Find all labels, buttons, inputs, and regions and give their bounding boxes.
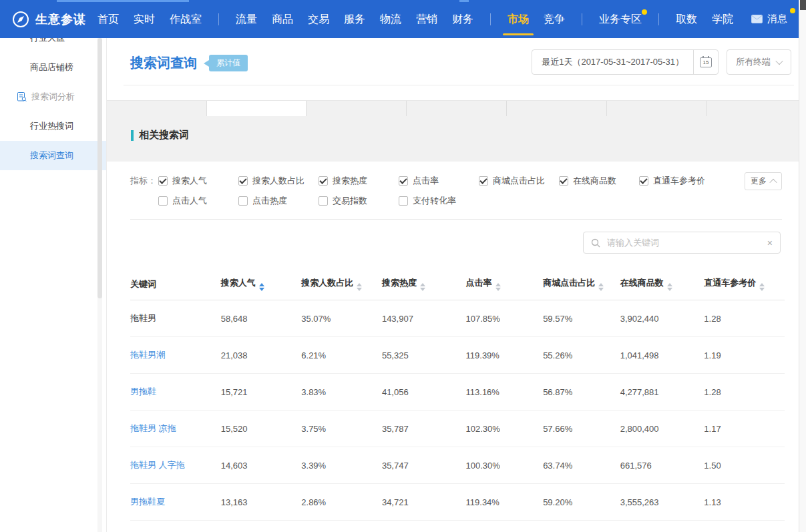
nav-item-marketing[interactable]: 营销 [409, 0, 445, 38]
more-button[interactable]: 更多 [745, 172, 782, 190]
nav-item-data-extract[interactable]: 取数 [668, 0, 704, 38]
sort-icon[interactable] [420, 283, 425, 291]
sort-icon[interactable] [759, 283, 765, 291]
sidebar-item-industry-overview[interactable]: 行业大盘 [0, 38, 106, 53]
brand-logo[interactable]: 生意参谋 [12, 11, 86, 28]
tab-1[interactable] [207, 101, 307, 116]
keyword-search-input[interactable] [606, 237, 767, 248]
tab-2[interactable] [307, 101, 407, 116]
sidebar-scrollbar[interactable] [97, 38, 102, 532]
metric-search-user-ratio[interactable]: 搜索人数占比 [238, 175, 319, 187]
page-scrollbar[interactable] [799, 0, 806, 532]
checkbox-search-heat[interactable] [319, 176, 328, 186]
date-range-button[interactable]: 最近1天（2017-05-31~2017-05-31） 15 [532, 49, 719, 75]
metric-pay-conversion[interactable]: 支付转化率 [399, 195, 479, 207]
nav-item-logistics[interactable]: 物流 [373, 0, 409, 38]
metric-click-heat[interactable]: 点击热度 [238, 195, 319, 207]
tab-5[interactable] [607, 101, 707, 116]
nav-item-trade[interactable]: 交易 [300, 0, 337, 38]
metric-click-popularity[interactable]: 点击人气 [158, 195, 238, 207]
sort-down-arrow [598, 288, 604, 291]
page-scrollbar-thumb[interactable] [800, 0, 806, 10]
col-header-ztc-ref-price[interactable]: 直通车参考价 [704, 268, 785, 300]
metric-label: 在线商品数 [573, 175, 616, 187]
sort-icon[interactable] [598, 283, 604, 291]
value-cell: 2.86% [301, 484, 382, 521]
keyword-cell[interactable]: 拖鞋男 人字拖 [130, 447, 221, 484]
chevron-up-icon [769, 178, 777, 186]
checkbox-online-products[interactable] [559, 176, 568, 186]
sidebar-item-product-shop-rank[interactable]: 商品店铺榜 [0, 53, 106, 82]
checkbox-click-rate[interactable] [399, 176, 408, 186]
nav-item-home[interactable]: 首页 [90, 0, 126, 38]
keyword-cell[interactable]: 男拖鞋 [130, 374, 221, 411]
nav-message-button[interactable]: 消息 [751, 0, 806, 38]
checkbox-trade-index[interactable] [319, 196, 328, 206]
nav-item-traffic[interactable]: 流量 [228, 0, 264, 38]
tab-0[interactable] [107, 101, 207, 116]
metric-search-heat[interactable]: 搜索热度 [319, 175, 399, 187]
nav-item-product[interactable]: 商品 [264, 0, 300, 38]
metric-ztc-ref-price[interactable]: 直通车参考价 [639, 175, 719, 187]
keyword-cell: 拖鞋男 [130, 300, 221, 337]
col-header-online-products[interactable]: 在线商品数 [620, 268, 704, 300]
keyword-cell[interactable]: 拖鞋男夏 [130, 521, 221, 532]
checkbox-pay-conversion[interactable] [399, 196, 408, 206]
sidebar-item-industry-hot-words[interactable]: 行业热搜词 [0, 111, 106, 141]
terminal-select[interactable]: 所有终端 [727, 49, 791, 75]
section-band: 相关搜索词 [107, 100, 806, 162]
checkbox-mall-click-ratio[interactable] [479, 176, 488, 186]
metric-click-rate[interactable]: 点击率 [399, 175, 479, 187]
nav-item-war-room[interactable]: 作战室 [162, 0, 209, 38]
value-cell: 119.34% [466, 484, 544, 521]
checkbox-click-heat[interactable] [238, 196, 248, 206]
metric-mall-click-ratio[interactable]: 商城点击占比 [479, 175, 559, 187]
tab-4[interactable] [507, 101, 607, 116]
nav-item-market[interactable]: 市场 [500, 0, 536, 38]
sidebar-scrollbar-thumb[interactable] [97, 38, 102, 298]
nav-item-realtime[interactable]: 实时 [126, 0, 162, 38]
checkbox-search-popularity[interactable] [158, 176, 168, 186]
keyword-cell[interactable]: 男拖鞋夏 [130, 484, 221, 521]
value-cell: 34,721 [382, 484, 466, 521]
metric-label: 商城点击占比 [493, 175, 545, 187]
nav-item-service[interactable]: 服务 [337, 0, 373, 38]
col-header-mall-click-ratio[interactable]: 商城点击占比 [543, 268, 620, 300]
col-header-search-heat[interactable]: 搜索热度 [382, 268, 466, 300]
sort-icon[interactable] [357, 283, 362, 291]
sort-up-arrow [357, 283, 362, 286]
checkbox-search-user-ratio[interactable] [238, 176, 248, 186]
metric-search-popularity[interactable]: 搜索人气 [158, 175, 238, 187]
sidebar-section-search-analysis[interactable]: 搜索词分析 [0, 82, 106, 111]
message-label: 消息 [767, 13, 787, 25]
sort-icon[interactable] [667, 283, 672, 291]
col-header-search-popularity[interactable]: 搜索人气 [221, 268, 302, 300]
sort-icon[interactable] [259, 283, 264, 291]
tab-6[interactable] [707, 101, 806, 116]
metric-trade-index[interactable]: 交易指数 [319, 195, 399, 207]
value-cell: 55,325 [382, 337, 466, 374]
value-cell: 3,555,263 [620, 484, 704, 521]
calendar-button[interactable]: 15 [693, 50, 718, 74]
keyword-cell[interactable]: 拖鞋男 凉拖 [130, 411, 221, 447]
col-header-click-rate[interactable]: 点击率 [466, 268, 544, 300]
col-header-search-user-ratio[interactable]: 搜索人数占比 [301, 268, 382, 300]
nav-item-finance[interactable]: 财务 [445, 0, 481, 38]
nav-divider [218, 13, 219, 25]
metric-online-products[interactable]: 在线商品数 [559, 175, 639, 187]
nav-item-academy[interactable]: 学院 [704, 0, 741, 38]
clear-search-icon[interactable]: × [767, 238, 773, 248]
checkbox-click-popularity[interactable] [158, 196, 168, 206]
nav-item-competition[interactable]: 竞争 [536, 0, 572, 38]
value-cell: 3,902,440 [620, 300, 704, 337]
sort-icon[interactable] [495, 283, 501, 291]
tab-3[interactable] [407, 101, 507, 116]
sidebar-item-search-query[interactable]: 搜索词查询 [0, 141, 106, 170]
nav-item-business-zone[interactable]: 业务专区 [592, 0, 649, 38]
keyword-search-box: × [583, 232, 781, 254]
metric-label: 搜索人数占比 [252, 175, 305, 187]
value-cell: 102.30% [466, 411, 544, 447]
keyword-cell[interactable]: 拖鞋男潮 [130, 337, 221, 374]
checkbox-ztc-ref-price[interactable] [639, 176, 648, 186]
chevron-down-icon [775, 57, 783, 65]
